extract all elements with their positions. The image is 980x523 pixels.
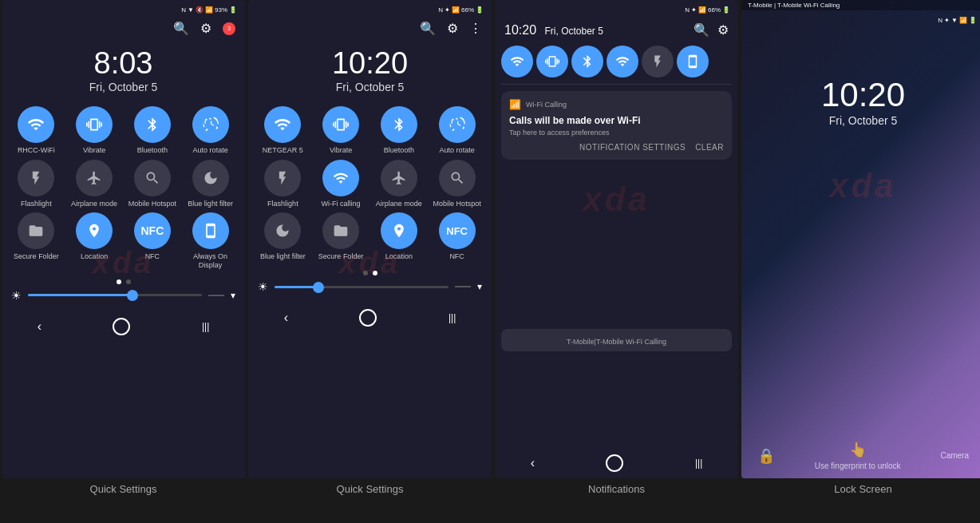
tile-icon-rotate-1[interactable] <box>192 106 229 143</box>
search-icon-3[interactable]: 🔍 <box>694 22 709 38</box>
small-tile-bt-3[interactable] <box>571 46 603 77</box>
tile-aod-1[interactable]: Always On Display <box>184 212 237 270</box>
tile-hotspot-2[interactable]: Mobile Hotspot <box>430 160 484 208</box>
tile-vibrate-2[interactable]: Vibrate <box>314 106 368 155</box>
settings-icon-2[interactable]: ⚙ <box>447 21 458 36</box>
tile-bluelight-1[interactable]: Blue light filter <box>184 160 237 208</box>
tile-icon-vibrate-2[interactable] <box>322 106 359 143</box>
lock-clock-date-4: Fri, October 5 <box>741 114 980 127</box>
notif-clear-btn-3[interactable]: Clear <box>695 143 724 152</box>
nav-bar-3: ‹ ||| <box>495 448 738 478</box>
tile-icon-wificalling-2[interactable] <box>322 160 359 196</box>
expand-icon-2[interactable]: ▾ <box>477 281 482 292</box>
lock-camera-area-4: Camera <box>940 451 969 460</box>
tile-icon-vibrate-1[interactable] <box>76 106 113 143</box>
batt-icon-1: 🔋 <box>229 6 237 14</box>
brightness-track-2[interactable] <box>275 286 449 288</box>
lock-icon-area-4: 🔒 <box>757 447 775 465</box>
tile-icon-nfc-1[interactable]: NFC <box>134 212 171 249</box>
tile-location-2[interactable]: Location <box>373 212 426 261</box>
settings-icon-3[interactable]: ⚙ <box>717 22 729 38</box>
tile-location-1[interactable]: Location <box>68 212 121 270</box>
tile-vibrate-1[interactable]: Vibrate <box>68 106 121 155</box>
tile-label-wificalling-2: Wi-Fi calling <box>322 200 361 208</box>
batt-icon-4: 🔋 <box>969 17 977 24</box>
notif-topbar-3: 10:20 Fri, October 5 🔍 ⚙ <box>495 18 738 41</box>
tile-wifi-1[interactable]: RHCC-WiFi <box>10 106 63 155</box>
small-tile-wave-3[interactable] <box>677 46 709 77</box>
tile-icon-nfc-2[interactable]: NFC <box>439 212 476 249</box>
small-tile-wificall-3[interactable] <box>607 46 638 77</box>
brightness-track-1[interactable] <box>28 294 202 296</box>
brightness-low-icon-1: ☀ <box>11 289 22 302</box>
tile-label-bluelight-2: Blue light filter <box>260 252 306 261</box>
tile-wifi-2[interactable]: NETGEAR 5 <box>256 106 310 155</box>
small-tile-flash-3[interactable] <box>642 46 674 77</box>
lock-icon-4: 🔒 <box>757 448 775 464</box>
back-btn-1[interactable]: ‹ <box>38 319 41 334</box>
home-btn-2[interactable] <box>359 309 377 327</box>
tile-icon-securefolder-2[interactable] <box>322 212 359 249</box>
tile-icon-bluetooth-2[interactable] <box>381 106 417 143</box>
status-bar-3: N ✦ 📶 66% 🔋 <box>495 0 738 18</box>
settings-icon-1[interactable]: ⚙ <box>200 21 211 36</box>
tile-icon-bluelight-2[interactable] <box>264 212 301 249</box>
recent-btn-1[interactable]: ||| <box>202 321 209 332</box>
tile-icon-location-1[interactable] <box>76 212 113 249</box>
tile-icon-aod-1[interactable] <box>192 212 229 249</box>
lock-camera-text-4: Camera <box>940 451 969 460</box>
tile-icon-airplane-2[interactable] <box>381 160 417 196</box>
tile-label-flashlight-1: Flashlight <box>21 200 52 208</box>
tile-rotate-1[interactable]: Auto rotate <box>184 106 237 155</box>
recent-btn-2[interactable]: ||| <box>449 312 456 323</box>
back-btn-2[interactable]: ‹ <box>284 311 288 325</box>
screen-wrapper-2: N ✦ 📶 66% 🔋 🔍 ⚙ ⋮ 10:20 Fri, October 5 <box>247 0 493 495</box>
tile-nfc-2[interactable]: NFC NFC <box>430 212 484 261</box>
search-icon-2[interactable]: 🔍 <box>420 21 436 36</box>
home-btn-3[interactable] <box>606 454 623 472</box>
tile-bluelight-2[interactable]: Blue light filter <box>256 212 310 261</box>
tile-icon-bluetooth-1[interactable] <box>134 106 171 143</box>
tile-airplane-1[interactable]: Airplane mode <box>68 160 121 208</box>
search-icon-1[interactable]: 🔍 <box>173 21 189 36</box>
tile-securefolder-1[interactable]: Secure Folder <box>10 212 63 270</box>
home-btn-1[interactable] <box>113 318 130 335</box>
tiles-grid-1: RHCC-WiFi Vibrate Bluetooth <box>2 106 245 270</box>
tile-icon-flashlight-2[interactable] <box>264 160 301 196</box>
tile-icon-bluelight-1[interactable] <box>192 160 229 196</box>
small-tile-vibrate-3[interactable] <box>536 46 568 77</box>
tile-label-nfc-1: NFC <box>145 252 160 261</box>
tile-icon-hotspot-1[interactable] <box>134 160 171 196</box>
phone-screen-3: N ✦ 📶 66% 🔋 10:20 Fri, October 5 🔍 ⚙ <box>495 0 738 478</box>
tile-airplane-2[interactable]: Airplane mode <box>373 160 426 208</box>
brightness-thumb-2[interactable] <box>313 282 324 293</box>
tile-icon-wifi-1[interactable] <box>18 106 54 143</box>
tile-flashlight-2[interactable]: Flashlight <box>256 160 310 208</box>
screen-wrapper-3: N ✦ 📶 66% 🔋 10:20 Fri, October 5 🔍 ⚙ <box>493 0 740 495</box>
brightness-thumb-1[interactable] <box>127 290 138 301</box>
notif-settings-btn-3[interactable]: Notification settings <box>579 143 686 152</box>
tile-flashlight-1[interactable]: Flashlight <box>10 160 63 208</box>
recent-btn-3[interactable]: ||| <box>695 458 702 469</box>
tile-nfc-1[interactable]: NFC NFC <box>126 212 180 270</box>
tile-securefolder-2[interactable]: Secure Folder <box>314 212 368 261</box>
tile-icon-airplane-1[interactable] <box>76 160 113 196</box>
back-btn-3[interactable]: ‹ <box>531 456 535 470</box>
more-icon-2[interactable]: ⋮ <box>469 21 482 36</box>
tile-icon-wifi-2[interactable] <box>264 106 301 143</box>
xda-watermark-3: xda <box>495 164 738 235</box>
tile-wificalling-2[interactable]: Wi-Fi calling <box>314 160 368 208</box>
tile-rotate-2[interactable]: Auto rotate <box>430 106 484 155</box>
tile-icon-location-2[interactable] <box>381 212 417 249</box>
tile-bluetooth-2[interactable]: Bluetooth <box>373 106 426 155</box>
tile-icon-hotspot-2[interactable] <box>439 160 476 196</box>
tile-hotspot-1[interactable]: Mobile Hotspot <box>126 160 180 208</box>
tile-icon-flashlight-1[interactable] <box>18 160 54 196</box>
brightness-end-2 <box>455 286 471 287</box>
tile-bluetooth-1[interactable]: Bluetooth <box>126 106 180 155</box>
expand-icon-1[interactable]: ▾ <box>231 290 235 301</box>
small-tile-wifi-3[interactable] <box>501 46 533 77</box>
tile-icon-rotate-2[interactable] <box>439 106 476 143</box>
phone-screen-2: N ✦ 📶 66% 🔋 🔍 ⚙ ⋮ 10:20 Fri, October 5 <box>248 0 492 478</box>
tile-icon-securefolder-1[interactable] <box>18 212 54 249</box>
